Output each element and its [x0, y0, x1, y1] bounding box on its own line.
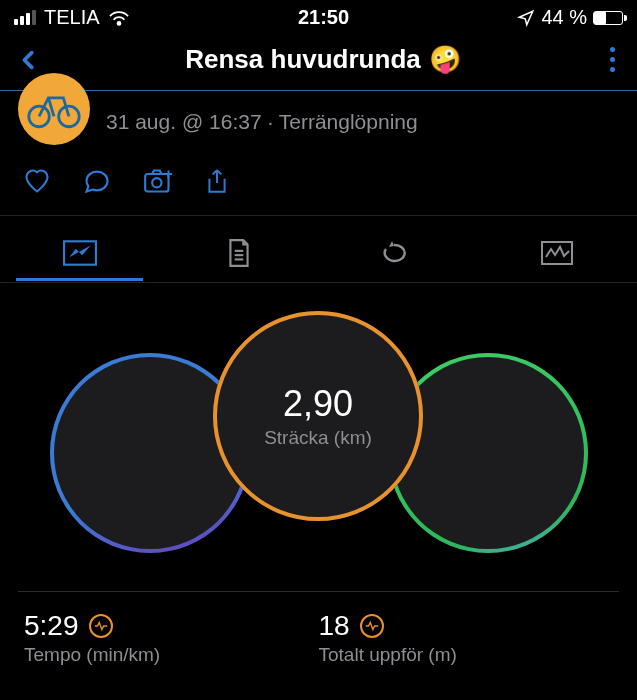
signal-icon	[14, 10, 36, 25]
tab-chart[interactable]	[478, 228, 637, 280]
tab-laps[interactable]	[319, 229, 478, 279]
dial-distance[interactable]: 2,90 Sträcka (km)	[213, 311, 423, 521]
svg-point-0	[117, 21, 120, 24]
pulse-icon	[89, 614, 113, 638]
camera-icon[interactable]	[142, 167, 174, 195]
heart-icon[interactable]	[22, 167, 52, 195]
dial-area: 15:52 Tid 199 Kalorier 2,90 Sträcka (km)	[0, 303, 637, 583]
tab-stats[interactable]	[0, 228, 159, 280]
wifi-icon	[108, 9, 130, 27]
page-title-text: Rensa huvudrunda	[185, 44, 420, 75]
clock: 21:50	[298, 6, 349, 29]
pulse-icon	[360, 614, 384, 638]
svg-rect-3	[145, 174, 168, 192]
more-menu-button[interactable]	[606, 43, 619, 76]
nav-header: Rensa huvudrunda 🤪	[0, 33, 637, 90]
pace-value: 5:29	[24, 610, 79, 642]
share-icon[interactable]	[204, 167, 230, 197]
comment-icon[interactable]	[82, 167, 112, 195]
elevation-value: 18	[319, 610, 350, 642]
battery-icon	[593, 11, 623, 25]
bottom-stats: 5:29 Tempo (min/km) 18 Totalt uppför (m)	[0, 592, 637, 666]
tab-bar	[0, 215, 637, 283]
svg-point-1	[29, 106, 50, 127]
battery-pct: 44 %	[541, 6, 587, 29]
stat-elevation[interactable]: 18 Totalt uppför (m)	[319, 610, 614, 666]
stat-pace[interactable]: 5:29 Tempo (min/km)	[24, 610, 319, 666]
location-icon	[517, 9, 535, 27]
page-title: Rensa huvudrunda 🤪	[185, 44, 460, 75]
status-bar: TELIA 21:50 44 %	[0, 0, 637, 33]
title-emoji: 🤪	[429, 44, 461, 75]
svg-point-4	[152, 178, 161, 187]
activity-header: 31 aug. @ 16:37 · Terränglöpning	[0, 91, 637, 163]
back-icon[interactable]	[18, 45, 40, 75]
carrier-label: TELIA	[44, 6, 100, 29]
avatar[interactable]	[18, 73, 90, 145]
elevation-label: Totalt uppför (m)	[319, 644, 614, 666]
pace-label: Tempo (min/km)	[24, 644, 319, 666]
action-row	[0, 163, 637, 215]
tab-details[interactable]	[159, 226, 318, 282]
activity-subtitle: 31 aug. @ 16:37 · Terränglöpning	[106, 110, 418, 134]
